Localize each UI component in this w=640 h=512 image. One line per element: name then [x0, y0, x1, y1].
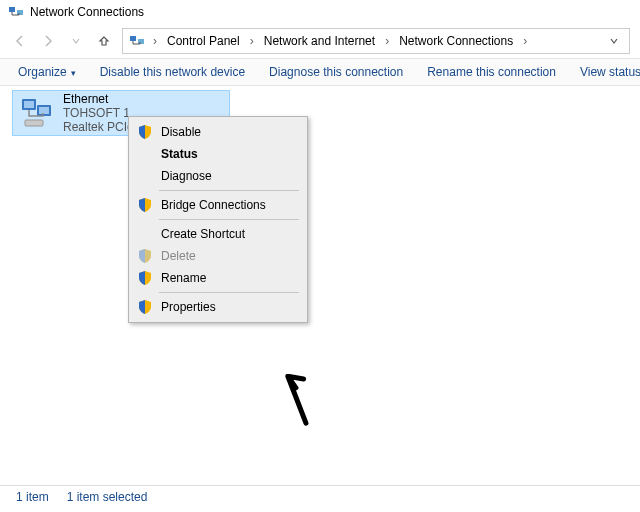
ctx-delete-label: Delete [161, 249, 196, 263]
up-button[interactable] [94, 31, 114, 51]
item-selected: 1 item selected [67, 490, 148, 504]
uac-shield-icon [137, 299, 153, 315]
diagnose-button[interactable]: Diagnose this connection [269, 65, 403, 79]
svg-rect-2 [130, 36, 136, 41]
ctx-delete: Delete [131, 245, 305, 267]
uac-shield-icon [137, 197, 153, 213]
breadcrumb-network-internet[interactable]: Network and Internet [262, 32, 377, 50]
nav-bar: › Control Panel › Network and Internet ›… [0, 24, 640, 58]
ctx-bridge-label: Bridge Connections [161, 198, 266, 212]
svg-rect-7 [39, 107, 49, 114]
ctx-shortcut-label: Create Shortcut [161, 227, 245, 241]
chevron-right-icon[interactable]: › [521, 34, 529, 48]
network-connections-icon [8, 4, 24, 20]
ctx-bridge[interactable]: Bridge Connections [131, 194, 305, 216]
separator [159, 190, 299, 191]
uac-shield-icon [137, 124, 153, 140]
svg-rect-1 [17, 10, 23, 15]
window-title: Network Connections [30, 5, 144, 19]
connection-name: Ethernet [63, 92, 134, 106]
breadcrumb-network-connections[interactable]: Network Connections [397, 32, 515, 50]
ctx-rename-label: Rename [161, 271, 206, 285]
rename-button[interactable]: Rename this connection [427, 65, 556, 79]
svg-rect-0 [9, 7, 15, 12]
ctx-properties[interactable]: Properties [131, 296, 305, 318]
connection-network: TOHSOFT 1 [63, 106, 134, 120]
svg-rect-8 [25, 120, 43, 126]
ctx-diagnose-label: Diagnose [161, 169, 212, 183]
content-area: Ethernet TOHSOFT 1 Realtek PCIe Disable … [0, 86, 640, 466]
svg-rect-5 [24, 101, 34, 108]
separator [159, 219, 299, 220]
view-status-button[interactable]: View status of this conne [580, 65, 640, 79]
address-bar[interactable]: › Control Panel › Network and Internet ›… [122, 28, 630, 54]
annotation-arrow [278, 374, 318, 429]
uac-shield-icon [137, 248, 153, 264]
separator [159, 292, 299, 293]
ethernet-adapter-icon [19, 95, 55, 131]
ctx-disable-label: Disable [161, 125, 201, 139]
ctx-shortcut[interactable]: Create Shortcut [131, 223, 305, 245]
forward-button[interactable] [38, 31, 58, 51]
svg-rect-3 [138, 39, 144, 44]
ctx-status-label: Status [161, 147, 198, 161]
ctx-rename[interactable]: Rename [131, 267, 305, 289]
chevron-right-icon[interactable]: › [383, 34, 391, 48]
context-menu: Disable Status Diagnose Bridge Connectio… [128, 116, 308, 323]
chevron-right-icon[interactable]: › [248, 34, 256, 48]
chevron-right-icon[interactable]: › [151, 34, 159, 48]
item-count: 1 item [16, 490, 49, 504]
ctx-diagnose[interactable]: Diagnose [131, 165, 305, 187]
network-connections-icon [129, 33, 145, 49]
status-bar: 1 item 1 item selected [0, 485, 640, 508]
breadcrumb-control-panel[interactable]: Control Panel [165, 32, 242, 50]
uac-shield-icon [137, 270, 153, 286]
ctx-properties-label: Properties [161, 300, 216, 314]
address-dropdown[interactable] [609, 36, 623, 46]
disable-device-button[interactable]: Disable this network device [100, 65, 245, 79]
recent-dropdown[interactable] [66, 31, 86, 51]
toolbar: Organize Disable this network device Dia… [0, 58, 640, 86]
ctx-status[interactable]: Status [131, 143, 305, 165]
title-bar: Network Connections [0, 0, 640, 24]
connection-text: Ethernet TOHSOFT 1 Realtek PCIe [63, 92, 134, 134]
connection-adapter: Realtek PCIe [63, 120, 134, 134]
back-button[interactable] [10, 31, 30, 51]
ctx-disable[interactable]: Disable [131, 121, 305, 143]
organize-menu[interactable]: Organize [18, 65, 76, 79]
